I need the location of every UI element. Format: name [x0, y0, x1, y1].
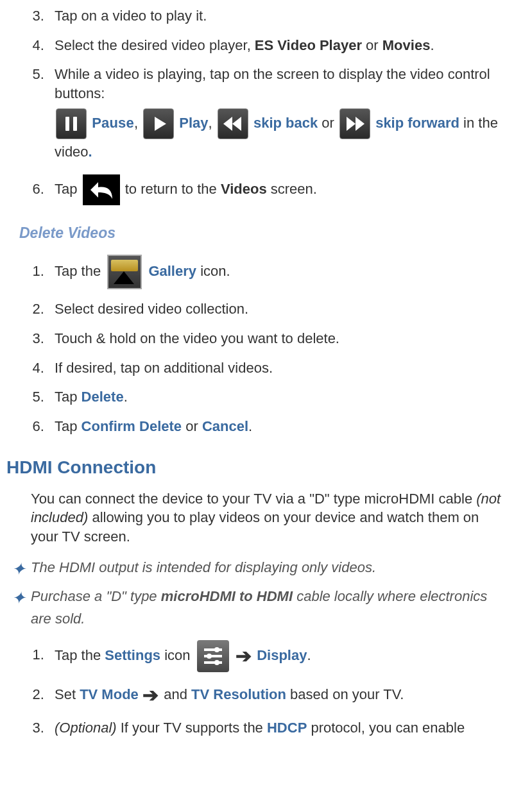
text: or — [182, 418, 202, 434]
text: Select the desired video player, — [55, 37, 255, 53]
heading-delete-videos: Delete Videos — [19, 223, 510, 243]
text: Touch & hold on the video you want to de… — [55, 330, 339, 346]
gallery-label: Gallery — [148, 263, 196, 279]
note-text: The HDMI output is intended for displayi… — [31, 559, 376, 575]
option-movies: Movies — [382, 37, 431, 53]
delete-videos-steps: Tap the Gallery icon. Select desired vid… — [6, 255, 510, 436]
play-label: Play — [179, 115, 208, 131]
arrow-icon: ➔ — [236, 645, 257, 666]
svg-point-5 — [214, 660, 219, 665]
delete-step-1: Tap the Gallery icon. — [48, 255, 510, 289]
settings-label: Settings — [105, 647, 160, 663]
text: to return to the — [121, 181, 221, 197]
step-5: While a video is playing, tap on the scr… — [48, 65, 510, 164]
gallery-icon — [107, 255, 142, 289]
step-6: Tap to return to the Videos screen. — [48, 174, 510, 205]
delete-step-3: Touch & hold on the video you want to de… — [48, 329, 510, 348]
step-4: Select the desired video player, ES Vide… — [48, 36, 510, 55]
heading-hdmi-connection: HDMI Connection — [6, 455, 510, 480]
display-label: Display — [257, 647, 307, 663]
text: based on your TV. — [286, 686, 404, 702]
text: If desired, tap on additional videos. — [55, 360, 273, 376]
skip-back-icon — [218, 108, 248, 139]
cable-type: microHDMI to HDMI — [161, 588, 293, 604]
text: If your TV supports the — [117, 720, 267, 736]
text: screen. — [267, 181, 317, 197]
text: allowing you to play videos on your devi… — [31, 509, 479, 545]
optional-label: (Optional) — [55, 720, 117, 736]
play-icon — [143, 108, 174, 139]
hdmi-step-3: (Optional) If your TV supports the HDCP … — [48, 718, 510, 738]
text: While a video is playing, tap on the scr… — [55, 66, 490, 101]
text: . — [89, 144, 92, 160]
text: Tap — [55, 389, 81, 405]
text: . — [430, 37, 434, 53]
cancel-label: Cancel — [202, 418, 248, 434]
step-text: Tap on a video to play it. — [55, 8, 207, 24]
text: and — [164, 686, 191, 702]
text: icon. — [196, 263, 230, 279]
note-1: ✦The HDMI output is intended for display… — [31, 558, 510, 580]
text: . — [248, 418, 252, 434]
option-es-video-player: ES Video Player — [255, 37, 362, 53]
star-icon: ✦ — [12, 587, 31, 609]
text: Tap — [55, 181, 81, 197]
comma: , — [134, 115, 142, 131]
hdmi-step-2: Set TV Mode ➔ and TV Resolution based on… — [48, 682, 510, 709]
tv-resolution-label: TV Resolution — [191, 686, 286, 702]
text: Set — [55, 686, 80, 702]
text: Tap — [55, 418, 81, 434]
hdmi-step-1: Tap the Settings icon ➔ Display. — [48, 640, 510, 672]
text: Purchase a "D" type — [31, 588, 161, 604]
pause-label: Pause — [92, 115, 134, 131]
hdcp-label: HDCP — [267, 720, 307, 736]
settings-icon — [197, 640, 229, 672]
video-playback-steps: Tap on a video to play it. Select the de… — [6, 6, 510, 205]
skip-forward-label: skip forward — [375, 115, 459, 131]
text: Select desired video collection. — [55, 301, 248, 317]
star-icon: ✦ — [12, 558, 31, 580]
text: . — [124, 389, 128, 405]
step-3: Tap on a video to play it. — [48, 6, 510, 26]
back-icon — [83, 174, 120, 205]
delete-label: Delete — [81, 389, 124, 405]
svg-point-4 — [207, 654, 212, 659]
hdmi-intro: You can connect the device to your TV vi… — [31, 489, 510, 546]
delete-step-5: Tap Delete. — [48, 387, 510, 407]
arrow-icon: ➔ — [142, 684, 164, 706]
delete-step-4: If desired, tap on additional videos. — [48, 359, 510, 378]
skip-back-label: skip back — [253, 115, 318, 131]
videos-screen: Videos — [221, 181, 267, 197]
tv-mode-label: TV Mode — [80, 686, 139, 702]
text: . — [307, 647, 311, 663]
text: or — [362, 37, 382, 53]
delete-step-2: Select desired video collection. — [48, 300, 510, 319]
comma: , — [209, 115, 216, 131]
hdmi-steps: Tap the Settings icon ➔ Display. Set TV … — [6, 640, 510, 738]
text: icon — [160, 647, 194, 663]
pause-icon — [56, 108, 87, 139]
text: Tap the — [55, 647, 105, 663]
svg-point-3 — [214, 647, 219, 652]
text: protocol, you can enable — [307, 720, 465, 736]
text: You can connect the device to your TV vi… — [31, 491, 476, 507]
confirm-delete-label: Confirm Delete — [81, 418, 182, 434]
note-2: ✦Purchase a "D" type microHDMI to HDMI c… — [31, 587, 510, 629]
text: or — [318, 115, 338, 131]
skip-forward-icon — [339, 108, 370, 139]
text: Tap the — [55, 263, 105, 279]
delete-step-6: Tap Confirm Delete or Cancel. — [48, 417, 510, 436]
